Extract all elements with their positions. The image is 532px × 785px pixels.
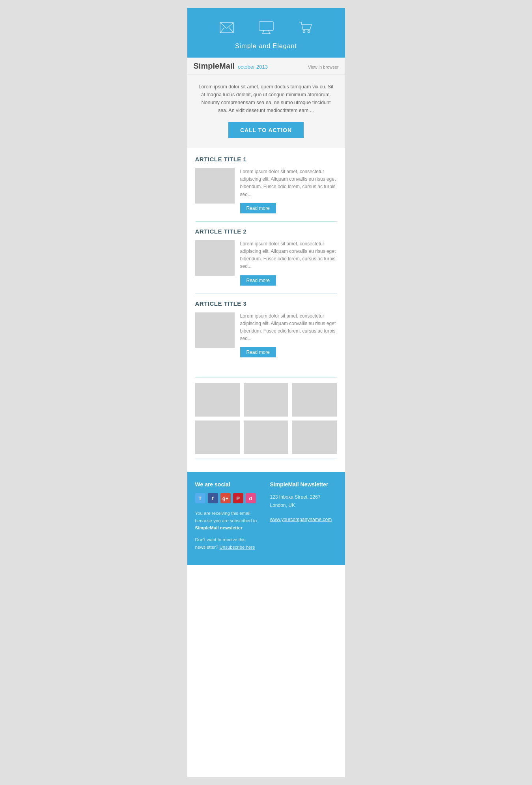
- gallery-item-5: [244, 421, 288, 454]
- brand-name: SimpleMail: [194, 62, 235, 71]
- footer-right-column: SimpleMail Newsletter 123 Inboxa Street,…: [270, 481, 337, 555]
- article-block-1: ARTICLE TITLE 1 Lorem ipsum dolor sit am…: [195, 156, 337, 213]
- read-more-button-1[interactable]: Read more: [240, 203, 276, 213]
- dribbble-icon[interactable]: d: [246, 493, 256, 503]
- cart-icon: [298, 20, 314, 36]
- gallery-section: [187, 369, 345, 472]
- article-title-1: ARTICLE TITLE 1: [195, 156, 337, 163]
- gallery-row-1: [195, 383, 337, 417]
- gallery-divider-bottom: [195, 458, 337, 458]
- svg-line-5: [269, 30, 270, 34]
- svg-rect-3: [259, 22, 273, 30]
- view-browser-link[interactable]: View in browser: [308, 65, 338, 69]
- article-text-3: Lorem ipsum dolor sit amet, consectetur …: [240, 312, 337, 358]
- read-more-button-3[interactable]: Read more: [240, 347, 276, 357]
- meta-bar: SimpleMail october 2013 View in browser: [187, 58, 345, 75]
- gallery-item-1: [195, 383, 240, 417]
- footer-social-heading: We are social: [195, 481, 262, 488]
- pinterest-icon[interactable]: P: [233, 493, 243, 503]
- intro-section: Lorem ipsum dolor sit amet, quem doctus …: [187, 75, 345, 148]
- footer-newsletter-name: SimpleMail newsletter: [195, 525, 243, 530]
- unsubscribe-link[interactable]: Unsubscribe here: [220, 545, 255, 550]
- gallery-item-6: [292, 421, 337, 454]
- svg-point-7: [303, 31, 305, 33]
- meta-bar-left: SimpleMail october 2013: [194, 62, 268, 71]
- envelope-icon: [219, 20, 235, 36]
- footer-section: We are social T f g+ P d You are receivi…: [187, 472, 345, 565]
- cta-button[interactable]: CALL TO ACTION: [228, 122, 304, 138]
- svg-line-4: [263, 30, 264, 34]
- article-image-3: [195, 312, 235, 348]
- footer-unsubscribe-text: Don't want to receive this newsletter? U…: [195, 536, 262, 551]
- footer-left-column: We are social T f g+ P d You are receivi…: [195, 481, 262, 555]
- gallery-row-2: [195, 421, 337, 454]
- google-plus-icon[interactable]: g+: [220, 493, 231, 503]
- header-tagline: Simple and Elegant: [195, 43, 337, 50]
- facebook-icon[interactable]: f: [208, 493, 218, 503]
- header-icons-row: [195, 20, 337, 36]
- article-text-1: Lorem ipsum dolor sit amet, consectetur …: [240, 168, 337, 213]
- article-title-3: ARTICLE TITLE 3: [195, 300, 337, 307]
- twitter-icon[interactable]: T: [195, 493, 205, 503]
- article-body-2: Lorem ipsum dolor sit amet, consectetur …: [240, 240, 337, 271]
- article-title-2: ARTICLE TITLE 2: [195, 228, 337, 235]
- article-image-2: [195, 240, 235, 276]
- svg-line-1: [220, 28, 224, 33]
- header-section: Simple and Elegant: [187, 8, 345, 58]
- gallery-divider-top: [195, 377, 337, 378]
- footer-subscribe-text: You are receiving this email because you…: [195, 510, 262, 531]
- article-body-3: Lorem ipsum dolor sit amet, consectetur …: [240, 312, 337, 343]
- intro-body-text: Lorem ipsum dolor sit amet, quem doctus …: [197, 83, 335, 114]
- article-text-2: Lorem ipsum dolor sit amet, consectetur …: [240, 240, 337, 286]
- article-divider-2: [195, 293, 337, 294]
- article-block-2: ARTICLE TITLE 2 Lorem ipsum dolor sit am…: [195, 228, 337, 286]
- gallery-item-2: [244, 383, 288, 417]
- article-divider-1: [195, 221, 337, 222]
- article-content-3: Lorem ipsum dolor sit amet, consectetur …: [195, 312, 337, 358]
- article-block-3: ARTICLE TITLE 3 Lorem ipsum dolor sit am…: [195, 300, 337, 358]
- gallery-item-3: [292, 383, 337, 417]
- footer-website-link[interactable]: www.yourcompanyname.com: [270, 517, 332, 522]
- articles-section: ARTICLE TITLE 1 Lorem ipsum dolor sit am…: [187, 148, 345, 369]
- article-body-1: Lorem ipsum dolor sit amet, consectetur …: [240, 168, 337, 198]
- svg-point-8: [308, 31, 310, 33]
- footer-newsletter-heading: SimpleMail Newsletter: [270, 481, 337, 488]
- article-content-2: Lorem ipsum dolor sit amet, consectetur …: [195, 240, 337, 286]
- brand-date: october 2013: [238, 64, 268, 70]
- email-container: Simple and Elegant SimpleMail october 20…: [187, 8, 345, 777]
- read-more-button-2[interactable]: Read more: [240, 275, 276, 286]
- article-content-1: Lorem ipsum dolor sit amet, consectetur …: [195, 168, 337, 213]
- footer-address: 123 Inboxa Street, 2267 London, UK: [270, 493, 337, 509]
- svg-line-2: [229, 28, 233, 33]
- gallery-item-4: [195, 421, 240, 454]
- article-image-1: [195, 168, 235, 204]
- monitor-icon: [258, 20, 274, 36]
- social-icons-row: T f g+ P d: [195, 493, 262, 503]
